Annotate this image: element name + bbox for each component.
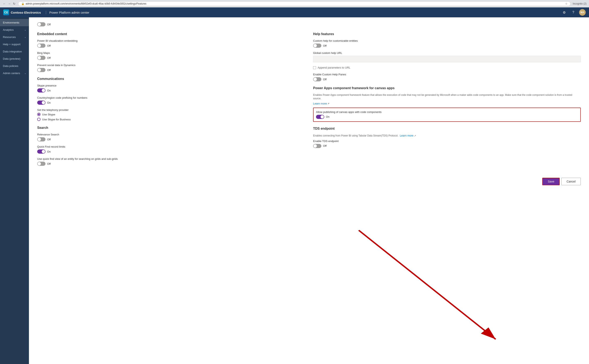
enable-help-panes-setting: Enable Custom Help Panes Off	[313, 73, 581, 81]
relevance-search-toggle-row: Off	[37, 137, 305, 141]
power-apps-framework-desc: Enables Power Apps component framework f…	[313, 93, 581, 100]
toggle-thumb	[313, 144, 317, 148]
relevance-search-label: Relevance Search	[37, 133, 305, 136]
chevron-down-icon: ⌄	[24, 72, 26, 74]
sidebar-item-label: Admin centers	[3, 72, 20, 75]
learn-more-row: Learn more ➚	[313, 102, 581, 105]
custom-help-toggle[interactable]	[313, 44, 321, 48]
sidebar-item-data-policies[interactable]: Data policies	[0, 62, 29, 70]
enable-tds-toggle-text: Off	[323, 144, 326, 147]
quick-find-view-toggle-row: Off	[37, 162, 305, 166]
forward-button[interactable]: →	[7, 2, 11, 6]
toggle-thumb	[42, 101, 45, 104]
global-help-url-input[interactable]	[313, 56, 581, 62]
back-button[interactable]: ←	[2, 2, 6, 6]
sidebar-item-data-integration[interactable]: Data integration	[0, 48, 29, 55]
toggle-thumb	[38, 162, 41, 165]
country-code-setting: Country/region code prefixing for number…	[37, 96, 305, 105]
country-code-label: Country/region code prefixing for number…	[37, 96, 305, 99]
relevance-search-toggle[interactable]	[37, 137, 46, 141]
search-section: Search Relevance Search Off Quick Find r…	[37, 126, 305, 166]
enable-tds-setting: Enable TDS endpoint Off	[313, 140, 581, 148]
help-button[interactable]: ?	[570, 9, 577, 16]
left-column: Embedded content Power BI visualization …	[37, 27, 305, 169]
top-toggle[interactable]	[37, 22, 46, 26]
tds-external-link-icon: ➚	[414, 134, 416, 137]
telephony-label: Set the telephony provider	[37, 108, 305, 111]
communications-section: Communications Skype presence On Country…	[37, 77, 305, 121]
toggle-thumb	[313, 44, 317, 47]
toggle-thumb	[38, 44, 41, 47]
country-code-toggle-row: On	[37, 101, 305, 105]
quick-find-label: Quick Find record limits	[37, 145, 305, 148]
allow-publishing-label: Allow publishing of canvas apps with cod…	[316, 110, 578, 114]
embedded-content-title: Embedded content	[37, 32, 305, 36]
lock-icon: 🔒	[21, 2, 24, 5]
social-data-toggle[interactable]	[37, 68, 46, 72]
search-title: Search	[37, 126, 305, 130]
right-column: Help features Custom help for customizab…	[313, 27, 581, 169]
country-code-toggle[interactable]	[37, 101, 46, 105]
quick-find-toggle-row: On	[37, 150, 305, 154]
cancel-button[interactable]: Cancel	[561, 178, 581, 185]
sidebar-item-environments[interactable]: Environments	[0, 19, 29, 26]
org-logo: CE Contoso Electronics	[3, 9, 41, 15]
telephony-setting: Set the telephony provider Use Skype Use…	[37, 108, 305, 121]
enable-help-panes-toggle[interactable]	[313, 77, 321, 81]
sidebar-item-label: Analytics	[3, 28, 14, 31]
footer-buttons: Save Cancel	[37, 175, 581, 187]
sidebar: Environments Analytics ⌄ Resources ⌄ Hel…	[0, 17, 29, 364]
refresh-button[interactable]: ↻	[12, 2, 16, 6]
tds-learn-more-link[interactable]: Learn more	[400, 134, 413, 137]
use-skype-label: Use Skype	[42, 113, 55, 116]
sidebar-item-label: Data policies	[3, 65, 18, 67]
power-apps-learn-more-link[interactable]: Learn more	[313, 102, 327, 105]
sidebar-item-data-preview[interactable]: Data (preview)	[0, 55, 29, 62]
append-params-setting: Append parameters to URL	[313, 66, 581, 69]
incognito-label: Incognito (2)	[573, 2, 587, 5]
enable-tds-toggle[interactable]	[313, 144, 321, 148]
power-bi-toggle[interactable]	[37, 44, 46, 48]
quick-find-view-toggle-text: Off	[47, 162, 51, 165]
custom-help-label: Custom help for customizable entities	[313, 39, 581, 42]
external-link-icon: ➚	[328, 102, 329, 105]
append-params-row: Append parameters to URL	[313, 66, 581, 69]
use-skype-business-radio[interactable]	[37, 118, 40, 121]
save-button[interactable]: Save	[542, 178, 560, 185]
quick-find-toggle[interactable]	[37, 150, 46, 154]
sidebar-item-resources[interactable]: Resources ⌄	[0, 33, 29, 41]
power-apps-framework-section: Power Apps component framework for canva…	[313, 86, 581, 122]
quick-find-view-setting: Use quick find view of an entity for sea…	[37, 157, 305, 166]
app-body: Environments Analytics ⌄ Resources ⌄ Hel…	[0, 17, 589, 364]
sidebar-item-help-support[interactable]: Help + support	[0, 41, 29, 48]
tds-endpoint-title: TDS endpoint	[313, 127, 581, 130]
custom-help-toggle-text: Off	[323, 44, 326, 47]
quick-find-view-toggle[interactable]	[37, 162, 46, 166]
browser-controls: ← → ↻	[2, 2, 16, 6]
skype-presence-toggle[interactable]	[37, 88, 46, 92]
bing-maps-toggle-text: Off	[47, 56, 51, 59]
address-bar[interactable]: 🔒 admin.powerplatform.microsoft.com/envi…	[18, 1, 571, 6]
use-skype-radio[interactable]	[37, 113, 40, 116]
sidebar-item-admin-centers[interactable]: Admin centers ⌄	[0, 70, 29, 77]
sidebar-item-analytics[interactable]: Analytics ⌄	[0, 26, 29, 33]
allow-publishing-toggle[interactable]	[316, 115, 324, 119]
toggle-thumb	[38, 56, 41, 59]
skype-presence-label: Skype presence	[37, 84, 305, 87]
browser-chrome: ← → ↻ 🔒 admin.powerplatform.microsoft.co…	[0, 0, 589, 7]
social-data-toggle-row: Off	[37, 68, 305, 72]
top-toggle-text: Off	[47, 23, 51, 26]
app-header: CE Contoso Electronics Power Platform ad…	[0, 7, 589, 17]
star-icon[interactable]: ☆	[565, 2, 568, 5]
chevron-down-icon: ⌄	[24, 29, 26, 31]
power-apps-framework-title: Power Apps component framework for canva…	[313, 86, 581, 90]
communications-title: Communications	[37, 77, 305, 81]
settings-button[interactable]: ⚙	[561, 9, 568, 16]
avatar[interactable]: MA	[579, 9, 586, 16]
url-text: admin.powerplatform.microsoft.com/enviro…	[26, 2, 564, 5]
enable-help-panes-toggle-text: Off	[323, 78, 326, 81]
use-skype-business-radio-row: Use Skype for Business	[37, 118, 305, 121]
append-params-checkbox[interactable]	[313, 66, 316, 69]
bing-maps-toggle[interactable]	[37, 56, 46, 60]
header-icons: ⚙ ? MA	[561, 9, 586, 16]
